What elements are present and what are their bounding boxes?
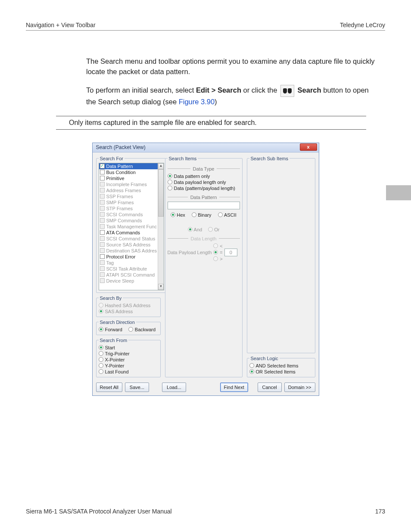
load-button[interactable]: Load... xyxy=(162,383,186,392)
radio-label: > xyxy=(220,256,222,261)
note-rule-bottom xyxy=(56,129,366,130)
radio-option[interactable]: Binary xyxy=(192,212,211,218)
dialog-titlebar[interactable]: Search (Packet View) x xyxy=(93,143,319,152)
radio-option[interactable]: Trig-Pointer xyxy=(99,351,158,357)
search-items-legend: Search Items xyxy=(168,156,198,161)
find-next-button[interactable]: Find Next xyxy=(220,383,248,392)
radio-label: ASCII xyxy=(224,212,237,218)
list-item-label: SMP Commands xyxy=(106,218,142,223)
payload-length-input[interactable]: 0 xyxy=(224,249,237,256)
list-item-label: Source SAS Address xyxy=(106,242,151,247)
list-item: Address Frames xyxy=(99,187,158,193)
list-item: Tag xyxy=(99,260,158,266)
radio-label: Hex xyxy=(177,212,185,218)
checkbox[interactable] xyxy=(100,164,105,168)
list-item[interactable]: ATA Commands xyxy=(99,230,158,236)
radio-option[interactable]: Backward xyxy=(128,327,156,333)
radio-option[interactable]: Data payload length only xyxy=(168,179,240,185)
list-item: SSP Frames xyxy=(99,193,158,199)
search-by-group: Search By Hashed SAS AddressSAS Address xyxy=(96,296,161,317)
footer-page-number: 173 xyxy=(375,508,385,515)
radio-icon xyxy=(99,357,103,362)
scroll-up-button[interactable]: ▲ xyxy=(158,163,164,169)
radio-label: X-Pointer xyxy=(105,357,125,362)
radio-label: Last Found xyxy=(105,369,129,374)
radio-option[interactable]: Data (pattern/payload length) xyxy=(168,185,240,191)
radio-label: Binary xyxy=(198,212,211,218)
cancel-button[interactable]: Cancel xyxy=(258,383,282,392)
reset-all-button[interactable]: Reset All xyxy=(96,383,122,392)
list-item-label: SSP Frames xyxy=(106,194,133,199)
list-item-label: SCSI Commands xyxy=(106,212,143,217)
search-for-listbox[interactable]: Data PatternBus ConditionPrimitiveIncomp… xyxy=(99,163,164,290)
header-right: Teledyne LeCroy xyxy=(340,22,385,28)
radio-option[interactable]: AND Selected Items xyxy=(249,363,313,369)
checkbox xyxy=(100,236,105,241)
list-item: SMP Frames xyxy=(99,199,158,205)
checkbox xyxy=(100,272,105,277)
radio-option[interactable]: OR Selected Items xyxy=(249,369,313,375)
radio-icon xyxy=(99,327,103,332)
radio-option[interactable]: Start xyxy=(99,345,158,351)
list-item-label: Address Frames xyxy=(106,188,141,193)
list-item-label: Incomplete Frames xyxy=(106,182,147,187)
payload-length-label: Data Payload Length xyxy=(168,250,212,255)
radio-option[interactable]: Y-Pointer xyxy=(99,363,158,369)
list-item[interactable]: Primitive xyxy=(99,175,158,181)
list-item: SMP Commands xyxy=(99,218,158,224)
radio-option[interactable]: Hex xyxy=(171,212,185,218)
radio-option[interactable]: Last Found xyxy=(99,369,158,375)
list-item-label: ATA Commands xyxy=(106,230,140,235)
radio-label: SAS Address xyxy=(105,309,133,314)
data-type-divider: Data Type xyxy=(168,166,240,171)
radio-label: = xyxy=(220,250,222,255)
scroll-thumb[interactable] xyxy=(158,169,164,217)
checkbox xyxy=(100,260,105,265)
domain-button[interactable]: Domain >> xyxy=(284,383,315,392)
search-sub-items-legend: Search Sub Items xyxy=(249,156,290,161)
search-dialog: Search (Packet View) x Search For Data P… xyxy=(92,143,319,396)
list-item-label: Device Sleep xyxy=(106,278,134,283)
length-op-option: = xyxy=(213,249,222,255)
radio-label: Y-Pointer xyxy=(105,363,125,368)
list-item-label: Data Pattern xyxy=(106,164,133,169)
close-button[interactable]: x xyxy=(300,143,317,151)
radio-icon xyxy=(192,212,196,217)
list-item-label: SCSI Task Attribute xyxy=(106,266,147,271)
checkbox[interactable] xyxy=(100,254,105,259)
radio-option[interactable]: X-Pointer xyxy=(99,357,158,363)
checkbox xyxy=(100,218,105,223)
list-item[interactable]: Protocol Error xyxy=(99,254,158,260)
radio-option[interactable]: Forward xyxy=(99,327,122,333)
list-item[interactable]: Data Pattern xyxy=(99,163,158,169)
radio-label: Or xyxy=(214,227,219,232)
data-pattern-input[interactable] xyxy=(168,202,240,209)
checkbox xyxy=(100,224,105,229)
listbox-scrollbar[interactable]: ▲ ▼ xyxy=(158,163,164,290)
checkbox xyxy=(100,266,105,271)
radio-label: Data (pattern/payload length) xyxy=(174,186,235,191)
list-item: Source SAS Address xyxy=(99,242,158,248)
radio-icon xyxy=(249,363,254,368)
radio-icon xyxy=(188,227,193,232)
list-item[interactable]: Bus Condition xyxy=(99,169,158,175)
checkbox xyxy=(100,242,105,247)
scroll-down-button[interactable]: ▼ xyxy=(158,284,164,290)
checkbox[interactable] xyxy=(100,230,105,235)
radio-icon xyxy=(99,369,103,374)
radio-icon xyxy=(99,363,103,368)
radio-option[interactable]: Data pattern only xyxy=(168,173,240,179)
radio-option: Or xyxy=(208,227,219,233)
radio-icon xyxy=(99,351,103,356)
figure-link[interactable]: Figure 3.90 xyxy=(179,98,215,106)
radio-label: Trig-Pointer xyxy=(105,351,130,356)
intro-paragraph: The Search menu and toolbar options perm… xyxy=(86,56,377,77)
save-button[interactable]: Save... xyxy=(125,383,149,392)
checkbox[interactable] xyxy=(100,170,105,174)
radio-icon xyxy=(168,174,172,178)
checkbox[interactable] xyxy=(100,176,105,180)
radio-option[interactable]: ASCII xyxy=(218,212,237,218)
radio-icon xyxy=(99,345,103,350)
checkbox xyxy=(100,188,105,193)
side-tab xyxy=(386,185,411,200)
